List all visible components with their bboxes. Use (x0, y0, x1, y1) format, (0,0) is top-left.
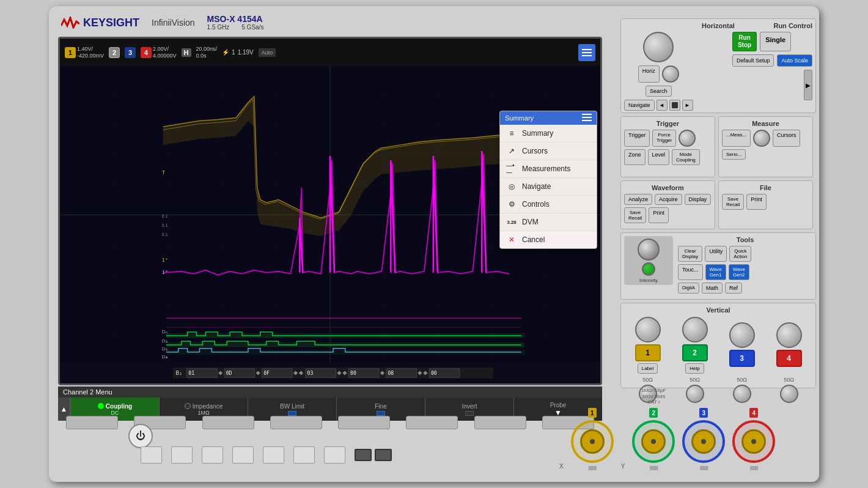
trigger-section: Trigger Trigger ForceTrigger Zone Level … (620, 116, 715, 177)
intensity-inner-knob[interactable] (642, 262, 655, 276)
ch1-offset: -420.00mV (77, 53, 104, 59)
dropdown-title: Summary (505, 114, 534, 122)
ch1-bnc-dot (590, 439, 595, 444)
ch2-help-button[interactable]: Help (685, 363, 704, 374)
menu-item-controls[interactable]: ⚙ Controls (500, 196, 597, 213)
nav-right-button[interactable]: ► (682, 100, 693, 111)
level-button[interactable]: Level (648, 149, 670, 165)
ch3-scale-knob[interactable] (729, 322, 755, 348)
spec-gsa: 5 GSa/s (241, 24, 263, 31)
run-control-title: Run Control (735, 22, 812, 29)
single-button[interactable]: Single (760, 32, 791, 51)
meas-button[interactable]: ...Meas... (722, 130, 751, 147)
analyze-button[interactable]: Analyze (624, 194, 652, 205)
wave-gen2-button[interactable]: WaveGen2 (729, 264, 749, 280)
acquire-button[interactable]: Acquire (655, 194, 682, 205)
intensity-knob[interactable] (638, 238, 660, 261)
print-file-button[interactable]: Print (746, 194, 767, 210)
panel-collapse-button[interactable]: ▶ (804, 70, 812, 100)
zone-button[interactable]: Zone (624, 149, 645, 165)
cursors-button[interactable]: Cursors (773, 130, 801, 147)
display-button[interactable]: Display (685, 194, 712, 205)
measure-knob[interactable] (753, 130, 770, 147)
quick-action-button[interactable]: QuickAction (729, 246, 751, 262)
usb-button-3 (202, 446, 223, 464)
mode-coupling-button[interactable]: ModeCoupling (672, 149, 700, 165)
ch4-button[interactable]: 4 (776, 350, 802, 367)
softkey-1[interactable] (66, 416, 118, 429)
trigger-title: Trigger (624, 120, 712, 127)
ch3-bnc-label: 3 (699, 408, 708, 418)
digi-la-button[interactable]: DigilA (678, 283, 699, 294)
force-trigger-button[interactable]: ForceTrigger (652, 130, 676, 147)
ch4-scale-knob[interactable] (776, 322, 802, 348)
menu-item-navigate[interactable]: ◎ Navigate (500, 178, 597, 196)
auto-scale-button[interactable]: Auto Scale (777, 54, 812, 67)
ch2-bnc-teeth: |||||||||||||||| (650, 465, 658, 470)
dropdown-header: Summary (500, 111, 597, 125)
coupling-label: Coupling (106, 403, 132, 410)
save-recall-button[interactable]: SaveRecall (624, 207, 646, 223)
trigger-button[interactable]: Trigger (624, 130, 650, 147)
trigger-level-knob[interactable] (679, 130, 696, 147)
menu-item-dvm[interactable]: 3.28 DVM (500, 213, 597, 231)
search-button[interactable]: Search (645, 86, 672, 97)
menu-button[interactable] (578, 44, 595, 61)
softkey-5[interactable] (338, 416, 390, 429)
ch1-number[interactable]: 1 (65, 47, 76, 58)
default-setup-button[interactable]: Default Setup (732, 54, 774, 67)
ch1-button[interactable]: 1 (635, 344, 661, 361)
softkey-4[interactable] (270, 416, 322, 429)
ch1-scale-knob[interactable] (635, 317, 661, 342)
ch4-badge: 4 2.00V/ 4.00000V (141, 46, 177, 59)
math-button[interactable]: Math (702, 283, 723, 294)
softkey-7[interactable] (474, 416, 526, 429)
ch1-bnc-inner (580, 429, 605, 454)
nav-left-button[interactable]: ◄ (657, 100, 668, 111)
ch4-number[interactable]: 4 (141, 47, 152, 58)
h-offset: 0.0s (196, 53, 218, 59)
file-section: File SaveRecall Print (718, 180, 813, 229)
menu-label-controls: Controls (522, 200, 550, 209)
zoom-knob[interactable] (662, 65, 679, 83)
menu-item-summary[interactable]: ≡ Summary (500, 125, 597, 142)
menu-label-summary: Summary (522, 129, 553, 138)
list-icon (582, 114, 592, 122)
ch3-button[interactable]: 3 (729, 350, 755, 367)
horiz-button[interactable]: Horiz (638, 65, 660, 83)
ch4-volts: 2.00V/ (153, 46, 177, 53)
softkey-3[interactable] (202, 416, 254, 429)
horizontal-scale-knob[interactable] (643, 32, 674, 62)
navigate-button[interactable]: Navigate (624, 100, 655, 111)
ch1-label-button[interactable]: Label (638, 363, 658, 374)
save-recall-file-button[interactable]: SaveRecall (722, 194, 744, 210)
power-button[interactable]: ⏻ (128, 424, 153, 448)
nav-stop-button[interactable] (669, 100, 680, 111)
vertical-knobs-row: 1 Label 2 Help 3 4 (624, 317, 812, 374)
menu-item-cursors[interactable]: ↗ Cursors (500, 142, 597, 160)
run-stop-button[interactable]: Run Stop (732, 32, 757, 51)
ch2-button[interactable]: 2 (682, 344, 708, 361)
fine-check (377, 411, 385, 416)
ch2-scale-knob[interactable] (682, 317, 708, 342)
svg-text:0.1: 0.1 (162, 214, 168, 218)
tools-section: Intensity Tools ClearDisplay Utility Qui… (620, 232, 816, 300)
softkey-6[interactable] (406, 416, 458, 429)
context-dropdown-menu[interactable]: Summary ≡ Summary ↗ Cursors —•— Measurem… (499, 111, 597, 249)
print-button[interactable]: Print (649, 207, 669, 223)
wave-gen1-button[interactable]: WaveGen1 (705, 264, 726, 280)
touch-button[interactable]: Touc... (678, 264, 703, 280)
model-info: MSO-X 4154A 1.5 GHz 5 GSa/s (207, 14, 264, 31)
keysight-wave-icon (61, 17, 79, 29)
coupling-led (98, 403, 104, 409)
utility-button[interactable]: Utility (705, 246, 727, 262)
usb-port-1 (355, 449, 372, 461)
menu-item-cancel[interactable]: ✕ Cancel (500, 231, 597, 248)
serial-button[interactable]: Serio... (722, 149, 746, 160)
clear-display-button[interactable]: ClearDisplay (678, 246, 702, 262)
ch2-number[interactable]: 2 (109, 47, 120, 58)
ref-button[interactable]: Ref (725, 283, 742, 294)
waveform-section: Waveform Analyze Acquire Display SaveRec… (620, 180, 715, 229)
menu-item-measurements[interactable]: —•— Measurements (500, 160, 597, 178)
ch3-number[interactable]: 3 (125, 47, 136, 58)
